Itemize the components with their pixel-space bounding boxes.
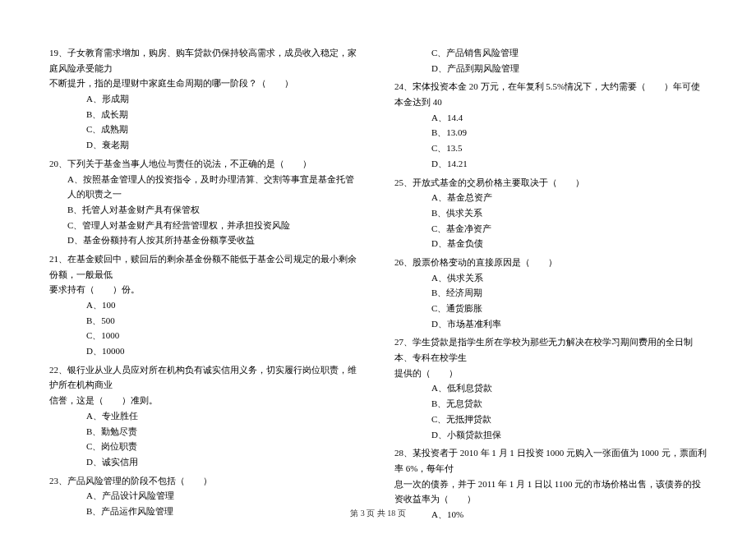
right-column: C、产品销售风险管理 D、产品到期风险管理 24、宋体投资本金 20 万元，在年… [394, 45, 707, 526]
question-19: 19、子女教育需求增加，购房、购车贷款仍保持较高需求，成员收入稳定，家庭风险承受… [49, 45, 362, 153]
q19-line1: 19、子女教育需求增加，购房、购车贷款仍保持较高需求，成员收入稳定，家庭风险承受… [49, 45, 362, 76]
q24-option-a: A、14.4 [431, 110, 707, 126]
q22-option-b: B、勤勉尽责 [86, 424, 362, 440]
q25-text: 25、开放式基金的交易价格主要取决于（ ） [394, 175, 707, 191]
q23-option-d: D、产品到期风险管理 [431, 61, 707, 76]
q25-option-a: A、基金总资产 [431, 190, 707, 205]
q23-option-c: C、产品销售风险管理 [431, 45, 707, 61]
q19-line2: 不断提升，指的是理财中家庭生命周期的哪一阶段？（ ） [49, 76, 362, 91]
q25-option-b: B、供求关系 [431, 205, 707, 221]
q21-option-d: D、10000 [86, 343, 362, 359]
q27-line1: 27、学生贷款是指学生所在学校为那些无力解决在校学习期间费用的全日制本、专科在校… [394, 334, 707, 365]
left-column: 19、子女教育需求增加，购房、购车贷款仍保持较高需求，成员收入稳定，家庭风险承受… [49, 45, 362, 526]
q28-line1: 28、某投资者于 2010 年 1 月 1 日投资 1000 元购入一张面值为 … [394, 445, 707, 476]
q21-line2: 要求持有（ ）份。 [49, 282, 362, 297]
question-25: 25、开放式基金的交易价格主要取决于（ ） A、基金总资产 B、供求关系 C、基… [394, 175, 707, 251]
q19-option-b: B、成长期 [86, 107, 362, 122]
question-27: 27、学生贷款是指学生所在学校为那些无力解决在校学习期间费用的全日制本、专科在校… [394, 334, 707, 442]
q24-option-d: D、14.21 [431, 156, 707, 172]
q26-option-d: D、市场基准利率 [431, 316, 707, 332]
q24-option-b: B、13.09 [431, 125, 707, 140]
question-20: 20、下列关于基金当事人地位与责任的说法，不正确的是（ ） A、按照基金管理人的… [49, 156, 362, 248]
q27-option-b: B、无息贷款 [431, 396, 707, 412]
q20-option-c: C、管理人对基金财产具有经营管理权，并承担投资风险 [67, 218, 362, 233]
q20-option-a: A、按照基金管理人的投资指令，及时办理清算、交割等事宜是基金托管人的职责之一 [67, 172, 362, 202]
q21-option-b: B、500 [86, 313, 362, 329]
q27-option-a: A、低利息贷款 [431, 380, 707, 396]
q23-text: 23、产品风险管理的阶段不包括（ ） [49, 473, 362, 489]
q27-line2: 提供的（ ） [394, 366, 707, 381]
q20-option-d: D、基金份额持有人按其所持基金份额享受收益 [67, 232, 362, 248]
q25-option-d: D、基金负债 [431, 236, 707, 251]
q24-option-c: C、13.5 [431, 140, 707, 156]
q26-text: 26、股票价格变动的直接原因是（ ） [394, 255, 707, 270]
q22-line1: 22、银行业从业人员应对所在机构负有诚实信用义务，切实履行岗位职责，维护所在机构… [49, 362, 362, 393]
q22-option-c: C、岗位职责 [86, 439, 362, 454]
page-footer: 第 3 页 共 18 页 [0, 508, 756, 519]
q26-option-a: A、供求关系 [431, 270, 707, 286]
question-24: 24、宋体投资本金 20 万元，在年复利 5.5%情况下，大约需要（ ）年可使本… [394, 79, 707, 171]
q24-text: 24、宋体投资本金 20 万元，在年复利 5.5%情况下，大约需要（ ）年可使本… [394, 79, 707, 109]
q22-line2: 信誉，这是（ ）准则。 [49, 393, 362, 408]
document-page: 19、子女教育需求增加，购房、购车贷款仍保持较高需求，成员收入稳定，家庭风险承受… [0, 0, 756, 534]
q22-option-d: D、诚实信用 [86, 454, 362, 470]
q25-option-c: C、基金净资产 [431, 221, 707, 237]
q22-option-a: A、专业胜任 [86, 408, 362, 424]
q27-option-d: D、小额贷款担保 [431, 427, 707, 443]
q21-line1: 21、在基金赎回中，赎回后的剩余基金份额不能低于基金公司规定的最小剩余份额，一般… [49, 251, 362, 282]
q23-option-a: A、产品设计风险管理 [86, 488, 362, 504]
q19-option-d: D、衰老期 [86, 137, 362, 153]
q21-option-a: A、100 [86, 297, 362, 313]
q19-option-a: A、形成期 [86, 91, 362, 107]
q26-option-c: C、通货膨胀 [431, 301, 707, 316]
question-21: 21、在基金赎回中，赎回后的剩余基金份额不能低于基金公司规定的最小剩余份额，一般… [49, 251, 362, 359]
q20-option-b: B、托管人对基金财产具有保管权 [67, 202, 362, 218]
question-26: 26、股票价格变动的直接原因是（ ） A、供求关系 B、经济周期 C、通货膨胀 … [394, 255, 707, 331]
question-23-cont: C、产品销售风险管理 D、产品到期风险管理 [394, 45, 707, 76]
q21-option-c: C、1000 [86, 328, 362, 343]
q28-line2: 息一次的债券，并于 2011 年 1 月 1 日以 1100 元的市场价格出售，… [394, 476, 707, 507]
q27-option-c: C、无抵押贷款 [431, 412, 707, 427]
q26-option-b: B、经济周期 [431, 285, 707, 301]
q19-option-c: C、成熟期 [86, 122, 362, 137]
q20-text: 20、下列关于基金当事人地位与责任的说法，不正确的是（ ） [49, 156, 362, 172]
question-22: 22、银行业从业人员应对所在机构负有诚实信用义务，切实履行岗位职责，维护所在机构… [49, 362, 362, 470]
